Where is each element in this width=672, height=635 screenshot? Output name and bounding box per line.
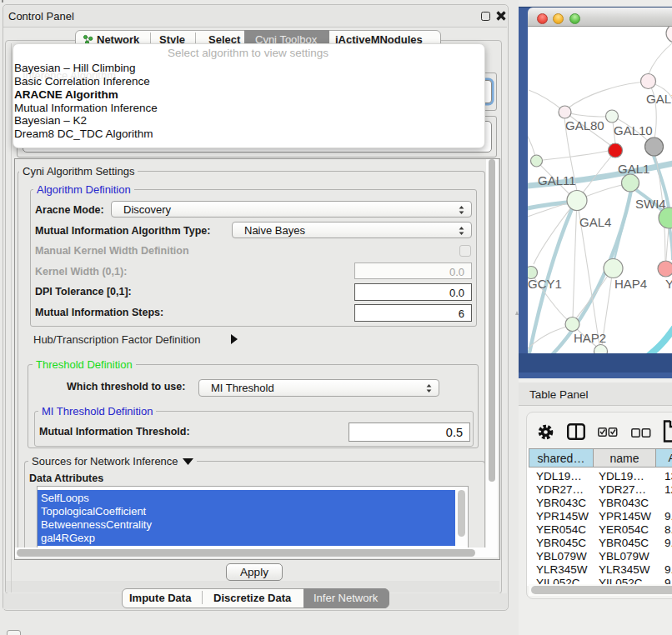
svg-text:GAL80: GAL80: [565, 118, 604, 132]
svg-text:GAL1: GAL1: [618, 162, 649, 176]
svg-text:SWI4: SWI4: [635, 197, 666, 211]
svg-text:HAP4: HAP4: [614, 277, 647, 291]
svg-text:HAP2: HAP2: [574, 331, 606, 345]
svg-text:YJ: YJ: [665, 277, 672, 291]
svg-text:GCY1: GCY1: [528, 277, 562, 291]
svg-text:GAL11: GAL11: [538, 173, 576, 188]
svg-text:GAL10: GAL10: [614, 123, 653, 138]
svg-text:GAL7: GAL7: [646, 92, 672, 106]
svg-text:GAL4: GAL4: [579, 215, 611, 229]
